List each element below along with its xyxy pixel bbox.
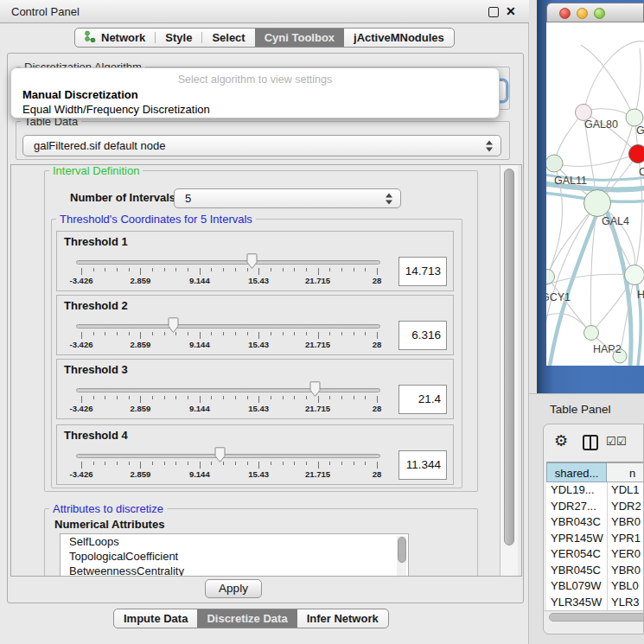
slider-tick [105, 332, 105, 335]
table-hscrollbar-thumb[interactable] [549, 613, 644, 622]
slider-track[interactable] [76, 324, 380, 328]
table-row[interactable]: YBR043CYBR0 [546, 514, 644, 531]
tab-discretize-data[interactable]: Discretize Data [197, 609, 296, 628]
slider-tick [365, 462, 366, 465]
table-cell[interactable]: YDL19... [551, 482, 605, 499]
slider-tick-label: -3.426 [70, 276, 93, 285]
tab-impute-data[interactable]: Impute Data [114, 609, 197, 628]
threshold-value-field[interactable]: 14.713 [399, 257, 447, 286]
node-gcy1[interactable] [546, 270, 555, 284]
tab-infer-network[interactable]: Infer Network [297, 609, 388, 628]
threshold-value-field[interactable]: 11.344 [399, 450, 447, 480]
number-of-intervals-combobox[interactable]: 5 [174, 188, 401, 208]
node-h[interactable] [625, 265, 644, 285]
node-hap2[interactable] [584, 326, 599, 341]
table-row[interactable]: YBR045CYBR0 [546, 563, 644, 579]
table-cell[interactable]: YLR3 [611, 595, 644, 611]
slider-tick [329, 332, 330, 335]
threshold-value-field[interactable]: 6.316 [399, 321, 447, 350]
table-cell[interactable]: YPR1 [611, 531, 644, 547]
slider-tick [164, 268, 165, 271]
network-canvas[interactable]: GAL80 GA GAL11 C GAL4 GCY1 H HAP2 [546, 22, 644, 366]
column-header-name[interactable]: n [607, 462, 644, 482]
node-gal4[interactable] [584, 190, 611, 217]
node-selected-red[interactable] [629, 145, 644, 163]
table-cell[interactable]: YBL0 [611, 578, 644, 595]
network-window-titlebar[interactable] [546, 3, 644, 22]
float-window-icon[interactable] [488, 7, 499, 17]
tab-select[interactable]: Select [202, 29, 254, 47]
slider-handle[interactable] [245, 253, 258, 270]
slider-tick [81, 462, 82, 469]
slider-track[interactable] [76, 260, 380, 265]
slider-tick [188, 396, 188, 399]
slider-handle[interactable] [214, 447, 226, 463]
slider-tick-label: 28 [373, 276, 382, 285]
node-gal11[interactable] [546, 155, 563, 172]
table-cell[interactable]: YBR0 [611, 563, 644, 579]
slider-tick [175, 462, 176, 465]
settings-scrollbar-thumb[interactable] [504, 169, 514, 545]
slider-tick [211, 396, 212, 399]
tab-network[interactable]: Network [75, 29, 155, 47]
dropdown-option-equal-width-frequency[interactable]: Equal Width/Frequency Discretization [22, 103, 210, 116]
table-cell[interactable]: YBL079W [551, 578, 605, 595]
algorithm-dropdown-popup: Select algorithm to view settings Manual… [10, 67, 500, 118]
minimize-traffic-light[interactable] [577, 8, 588, 19]
threshold-value-field[interactable]: 21.4 [399, 385, 447, 414]
table-cell[interactable]: YDR2 [611, 499, 644, 515]
table-cell[interactable]: YPR145W [551, 531, 605, 547]
slider-handle[interactable] [167, 317, 180, 334]
table-data-combobox[interactable]: galFiltered.sif default node [22, 135, 501, 156]
slider-tick [129, 396, 130, 399]
slider-track[interactable] [76, 388, 380, 392]
tab-cyni-toolbox[interactable]: Cyni Toolbox [255, 29, 344, 47]
apply-button[interactable]: Apply [205, 579, 262, 598]
dropdown-option-manual-discretization[interactable]: Manual Discretization [22, 88, 138, 101]
slider-tick [93, 396, 94, 399]
table-cell[interactable]: YBR0 [611, 514, 644, 531]
tab-jactivemnodules[interactable]: jActiveMNodules [344, 29, 454, 47]
table-hscrollbar[interactable] [544, 610, 644, 622]
settings-scrollbar[interactable] [500, 165, 518, 576]
list-scrollbar-thumb[interactable] [398, 537, 406, 563]
table-row[interactable]: YDL19...YDL1 [546, 482, 644, 499]
slider-tick-label: 2.859 [131, 276, 151, 285]
table-row[interactable]: YLR345WYLR3 [546, 595, 644, 611]
gear-icon[interactable]: ⚙ [554, 433, 568, 449]
attribute-list-item[interactable]: SelfLoops [61, 534, 408, 549]
close-icon[interactable]: ✕ [506, 3, 516, 20]
slider-track[interactable] [76, 454, 380, 458]
slider-tick [164, 332, 165, 335]
zoom-traffic-light[interactable] [594, 8, 605, 19]
table-cell[interactable]: YER0 [611, 546, 644, 563]
table-row[interactable]: YDR27...YDR2 [546, 499, 644, 515]
close-traffic-light[interactable] [559, 8, 571, 19]
slider-tick [140, 462, 141, 469]
table-row[interactable]: YER054CYER0 [546, 546, 644, 563]
checkbox-icon[interactable]: ☑ [616, 436, 627, 447]
tab-style[interactable]: Style [156, 29, 201, 47]
table-cell[interactable]: YBR045C [551, 563, 605, 579]
table-cell[interactable]: YER054C [551, 546, 605, 563]
table-cell[interactable]: YDR27... [551, 499, 605, 515]
slider-tick [81, 396, 82, 403]
column-header-shared-name[interactable]: shared... [546, 462, 607, 482]
numerical-attributes-list[interactable]: SelfLoopsTopologicalCoefficientBetweenne… [60, 533, 409, 577]
table-cell[interactable]: YBR043C [551, 514, 605, 531]
list-scrollbar[interactable] [397, 536, 406, 576]
column-divider[interactable] [607, 482, 608, 612]
node-top-right[interactable] [626, 109, 643, 126]
attribute-list-item[interactable]: BetweennessCentrality [61, 564, 408, 577]
node-label: GCY1 [546, 291, 571, 303]
split-columns-icon[interactable] [583, 435, 598, 450]
table-cell[interactable]: YLR345W [551, 595, 605, 611]
number-of-intervals-value: 5 [185, 192, 191, 205]
tab-network-label: Network [101, 31, 145, 44]
table-row[interactable]: YBL079WYBL0 [546, 578, 644, 595]
table-cell[interactable]: YDL1 [611, 482, 644, 499]
table-row[interactable]: YPR145WYPR1 [546, 531, 644, 547]
attribute-list-item[interactable]: TopologicalCoefficient [61, 549, 408, 564]
checkbox-icon[interactable]: ☑ [606, 436, 616, 447]
slider-handle[interactable] [309, 381, 322, 398]
